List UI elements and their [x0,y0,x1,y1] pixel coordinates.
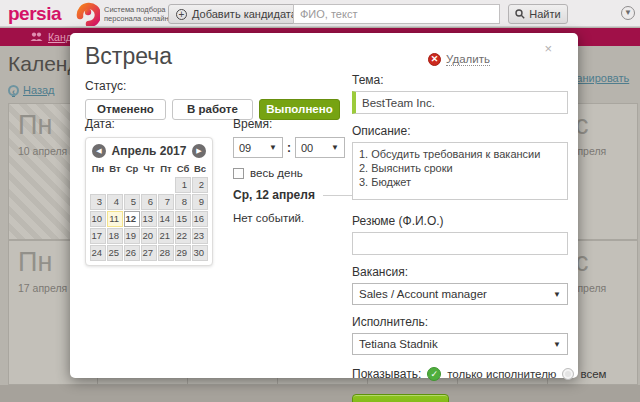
delete-label: Удалить [446,53,490,66]
datepicker-dayname: Пт [158,161,175,176]
logo-icon [76,2,100,26]
minute-value: 00 [301,142,313,154]
search-input[interactable] [293,4,500,24]
description-textarea[interactable]: 1. Обсудить требования к вакансии 2. Выя… [352,142,568,200]
visibility-section: Показывать: ✓ только исполнителю всем [352,367,568,381]
back-link[interactable]: ‹ Назад [8,84,55,96]
datepicker-dayname: Сб [175,161,192,176]
datepicker-day[interactable]: 9 [192,194,208,210]
radio-executor-only-label: только исполнителю [447,368,556,380]
datepicker-day[interactable]: 26 [124,245,140,261]
datepicker-day[interactable]: 13 [141,211,157,227]
executor-label: Исполнитель: [352,315,568,329]
modal-title: Встреча [85,43,172,70]
logo-tagline: Система подбора персонала онлайн [104,6,169,23]
status-section: Статус: Отменено В работе Выполнено [85,79,340,120]
visibility-label: Показывать: [352,367,421,381]
delete-button[interactable]: ✕ Удалить [428,53,490,66]
close-icon[interactable]: × [544,41,552,56]
datepicker-day[interactable]: 16 [192,211,208,227]
datepicker-day[interactable]: 6 [141,194,157,210]
header-bar: persia Система подбора персонала онлайн … [0,0,640,27]
delete-icon: ✕ [428,53,441,66]
datepicker-day [124,177,140,193]
header-chevron-button[interactable]: ▼ [621,6,635,20]
time-separator: : [287,141,291,155]
datepicker-day[interactable]: 17 [90,228,106,244]
datepicker-day[interactable]: 22 [175,228,191,244]
selected-day-heading: Ср, 12 апреля [233,188,315,202]
radio-executor-only[interactable]: ✓ [427,367,441,381]
datepicker-day[interactable]: 20 [141,228,157,244]
topic-label: Тема: [352,73,568,87]
datepicker-title: Апрель 2017 [90,142,208,160]
datepicker-day[interactable]: 7 [158,194,174,210]
back-link-label: Назад [23,84,55,96]
add-candidate-label: Добавить кандидата [192,8,305,20]
datepicker-dayname: Вт [107,161,124,176]
topic-input[interactable] [352,91,568,114]
back-circle-icon: ‹ [8,85,19,96]
radio-all-label: всем [580,368,606,380]
datepicker-day [107,177,123,193]
minute-select[interactable]: 00 ▼ [295,137,345,158]
datepicker-dayname: Ср [124,161,141,176]
datepicker-day[interactable]: 30 [192,245,208,261]
vacancy-select[interactable]: Sales / Account manager ▼ [352,283,568,305]
datepicker-day [90,177,106,193]
datepicker-day[interactable]: 4 [107,194,123,210]
datepicker-day[interactable]: 24 [90,245,106,261]
datepicker-dayname: Вс [192,161,209,176]
datepicker-day[interactable]: 23 [192,228,208,244]
find-button-label: Найти [529,8,560,20]
datepicker-dayname: Пн [90,161,107,176]
datepicker-day[interactable]: 5 [124,194,140,210]
find-button[interactable]: Найти [508,4,568,24]
date-section: Дата: ◀ Апрель 2017 ▶ ПнВтСрЧтПтСбВс 123… [85,117,213,266]
datepicker-day[interactable]: 28 [158,245,174,261]
datepicker: ◀ Апрель 2017 ▶ ПнВтСрЧтПтСбВс 123456789… [85,137,213,266]
executor-value: Tetiana Stadnik [359,338,438,350]
chevron-down-icon: ▼ [553,290,561,299]
datepicker-daynames: ПнВтСрЧтПтСбВс [90,161,208,176]
datepicker-day[interactable]: 3 [90,194,106,210]
datepicker-day[interactable]: 29 [175,245,191,261]
datepicker-day[interactable]: 19 [124,228,140,244]
datepicker-day[interactable]: 8 [175,194,191,210]
meeting-form: Тема: Описание: 1. Обсудить требования к… [352,73,568,402]
executor-select[interactable]: Tetiana Stadnik ▼ [352,333,568,355]
datepicker-day[interactable]: 15 [175,211,191,227]
datepicker-day[interactable]: 25 [107,245,123,261]
status-label: Статус: [85,79,340,93]
datepicker-prev-icon[interactable]: ◀ [92,144,106,158]
datepicker-day [141,177,157,193]
datepicker-day[interactable]: 14 [158,211,174,227]
resume-label: Резюме (Ф.И.О.) [352,214,568,228]
vacancy-value: Sales / Account manager [359,288,487,300]
allday-label: весь день [250,167,303,179]
datepicker-day[interactable]: 11 [107,211,123,227]
datepicker-grid: 1234567891011121314151617181920212223242… [90,176,208,261]
search-icon [515,9,525,19]
description-label: Описание: [352,124,568,138]
chevron-down-icon: ▼ [553,340,561,349]
datepicker-day[interactable]: 18 [107,228,123,244]
resume-input[interactable] [352,232,568,255]
datepicker-day[interactable]: 12 [124,211,140,227]
people-icon [30,32,43,42]
allday-checkbox[interactable] [233,168,244,179]
meeting-modal: Встреча × ✕ Удалить Статус: Отменено В р… [70,33,578,378]
actions-row: Сохранить или ‹ Отменить [352,394,568,402]
datepicker-day[interactable]: 10 [90,211,106,227]
datepicker-day [158,177,174,193]
hour-select[interactable]: 09 ▼ [233,137,283,158]
datepicker-day[interactable]: 27 [141,245,157,261]
datepicker-day[interactable]: 1 [175,177,191,193]
datepicker-next-icon[interactable]: ▶ [192,144,206,158]
persia-logo[interactable]: persia [8,3,61,25]
save-button[interactable]: Сохранить [352,394,449,402]
datepicker-day[interactable]: 21 [158,228,174,244]
datepicker-day[interactable]: 2 [192,177,208,193]
plus-circle-icon: + [176,9,187,20]
chevron-down-icon: ▼ [331,143,339,152]
